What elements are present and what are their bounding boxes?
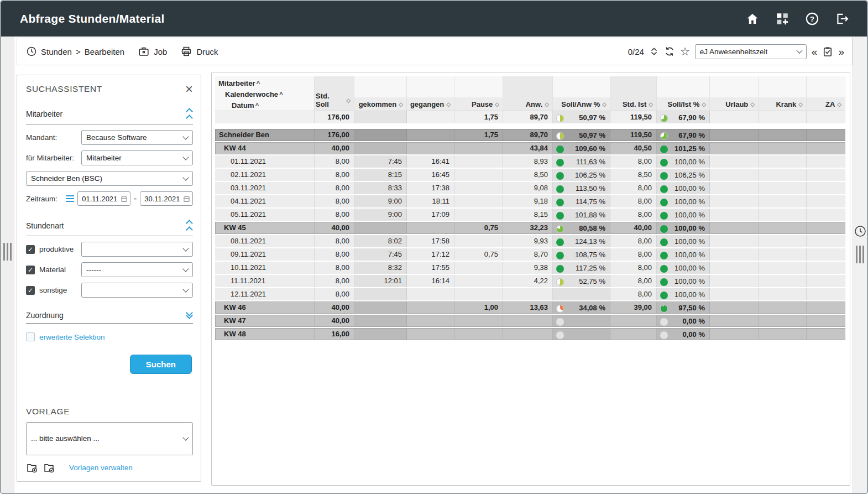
checkbox-sonstige[interactable] (26, 286, 35, 295)
table-row-summary[interactable]: 176,001,7589,7050,97 %119,5067,90 % (215, 111, 845, 123)
percent-cell: 124,13 % (553, 235, 610, 247)
value-cell (807, 235, 845, 247)
for-employee-select[interactable]: Mitarbeiter (81, 150, 193, 165)
chevron-down-icon (796, 47, 802, 53)
table-row-day[interactable]: 12.11.20218,008,00100,00 % (215, 288, 845, 300)
help-icon[interactable]: ? (805, 12, 819, 26)
chevron-down-icon (182, 174, 189, 180)
column-header[interactable]: gekommen◇ (354, 76, 407, 111)
period-menu-icon[interactable] (66, 195, 74, 202)
value-cell (503, 315, 553, 327)
section-stundenart[interactable]: Stundenart (26, 217, 193, 236)
sort-updown-icon[interactable] (649, 46, 659, 57)
checkbox-extended-selection[interactable] (26, 332, 35, 341)
column-header[interactable]: Urlaub◇ (710, 76, 759, 111)
manage-templates-link[interactable]: Vorlagen verwalten (69, 464, 133, 472)
produktive-select[interactable] (81, 242, 193, 257)
column-header[interactable]: Pause◇ (454, 76, 503, 111)
column-header[interactable]: Anw.◇ (503, 76, 553, 111)
close-icon[interactable]: × (185, 84, 193, 94)
table-row-week[interactable]: KW 4640,001,0013,6334,08 %39,0097,50 % (215, 301, 845, 314)
table-row-group[interactable]: Schneider Ben176,001,7589,7050,97 %119,5… (215, 129, 845, 141)
home-icon[interactable] (745, 12, 760, 26)
column-header-kalenderwoche[interactable]: Kalenderwoche^ (215, 89, 314, 100)
table-row-day[interactable]: 11.11.20218,0012:0116:144,2252,75 %8,001… (215, 275, 845, 287)
percent-value: 50,97 % (579, 129, 605, 141)
checkbox-material[interactable] (26, 266, 35, 274)
section-zuordnung[interactable]: Zuordnung (26, 309, 193, 324)
calendar-icon[interactable] (183, 195, 190, 202)
table-row-day[interactable]: 05.11.20218,009:0017:098,15101,88 %8,001… (215, 209, 845, 221)
table-row-week[interactable]: KW 4816,000,00 % (215, 328, 845, 340)
template-check-folder-icon[interactable] (43, 462, 55, 474)
extended-selection-label[interactable]: erweiterte Selektion (39, 333, 105, 341)
progress-pie-icon (556, 132, 564, 140)
column-header-mitarbeiter[interactable]: Mitarbeiter^ (215, 78, 314, 89)
date-from-field[interactable]: 01.11.2021 (77, 191, 130, 206)
progress-pie-icon (556, 115, 564, 122)
value-cell (807, 262, 845, 274)
table-row-day[interactable]: 03.11.20218,008:3317:389,08113,50 %8,001… (215, 182, 845, 194)
collapse-chevron-icon[interactable] (187, 107, 192, 121)
sort-icon: ◇ (346, 97, 351, 103)
column-header[interactable]: gegangen◇ (407, 76, 454, 111)
table-row-day[interactable]: 01.11.20218,007:4516:418,93111,63 %8,001… (215, 155, 845, 168)
column-header[interactable]: ZA◇ (807, 76, 845, 111)
table-row-week[interactable]: KW 4740,000,00 % (215, 315, 845, 327)
collapse-chevron-icon[interactable] (187, 219, 192, 232)
apps-grid-icon[interactable] (775, 12, 789, 26)
time-panel-clock-icon[interactable] (853, 225, 867, 238)
vorlage-select[interactable]: ... bitte auswählen ... (26, 422, 193, 456)
table-row-week[interactable]: KW 4540,000,7532,2380,58 %40,00100,00 % (215, 222, 845, 234)
logout-icon[interactable] (835, 12, 849, 26)
sort-icon: ◇ (837, 101, 841, 107)
expand-chevron-icon[interactable] (187, 313, 192, 318)
template-add-folder-icon[interactable] (26, 462, 38, 474)
column-header[interactable]: Soll/Ist %◇ (657, 76, 710, 111)
breadcrumb-action[interactable]: Bearbeiten (85, 47, 125, 56)
column-header[interactable]: Krank◇ (759, 76, 807, 111)
value-cell (407, 222, 454, 234)
column-header[interactable]: Soll/Anw %◇ (553, 76, 610, 111)
table-row-day[interactable]: 02.11.20218,008:1516:458,50106,25 %8,501… (215, 169, 845, 181)
view-select[interactable]: eJ Anwesenheitszeit (695, 44, 807, 59)
calendar-icon[interactable] (121, 195, 128, 202)
table-row-week[interactable]: KW 4440,0043,84109,60 %40,50101,25 % (215, 142, 845, 154)
column-header-datum[interactable]: Datum^ (215, 100, 314, 111)
progress-pie-icon (660, 159, 668, 167)
column-header[interactable]: Std. Ist◇ (610, 76, 657, 111)
date-to-field[interactable]: 30.11.2021 (140, 191, 193, 206)
clipboard-check-icon[interactable] (822, 46, 833, 58)
table-row-day[interactable]: 10.11.20218,008:3217:559,38117,25 %8,001… (215, 262, 845, 274)
table-header: Mitarbeiter^ Kalenderwoche^ Datum^ Std. … (215, 76, 845, 111)
mandant-select[interactable]: Because Software (81, 130, 193, 145)
progress-pie-icon (660, 305, 668, 313)
value-cell: 1,75 (454, 111, 503, 123)
column-header-label: Soll/Ist % (668, 100, 700, 108)
left-splitter-handle[interactable] (1, 243, 14, 261)
sonstige-select[interactable] (81, 283, 193, 298)
checkbox-produktive[interactable] (26, 245, 35, 254)
search-button[interactable]: Suchen (130, 355, 192, 374)
column-header[interactable]: Std. Soll◇ (315, 76, 354, 111)
value-cell: 0,75 (454, 222, 503, 234)
section-mitarbeiter[interactable]: Mitarbeiter (26, 105, 193, 124)
favorite-star-icon[interactable]: ☆ (680, 46, 690, 57)
percent-value: 117,25 % (576, 262, 605, 274)
next-page-button[interactable]: » (838, 46, 844, 57)
right-splitter-handle[interactable] (853, 246, 867, 263)
value-cell (759, 169, 807, 181)
employee-select[interactable]: Schneider Ben (BSC) (26, 171, 193, 186)
table-row-day[interactable]: 04.11.20218,009:0018:119,18114,75 %8,001… (215, 195, 845, 207)
refresh-icon[interactable] (664, 46, 675, 57)
value-cell: 8,93 (503, 155, 553, 168)
table-row-day[interactable]: 09.11.20218,007:4517:120,758,70108,75 %8… (215, 248, 845, 261)
print-button[interactable]: Druck (196, 47, 218, 56)
prev-page-button[interactable]: « (812, 46, 818, 57)
job-button[interactable]: Job (154, 47, 167, 56)
breadcrumb-module[interactable]: Stunden (41, 47, 72, 56)
material-select[interactable]: ------ (81, 262, 193, 277)
value-cell: 8,00 (610, 288, 657, 300)
value-cell (710, 195, 759, 207)
table-row-day[interactable]: 08.11.20218,008:0217:589,93124,13 %8,001… (215, 235, 845, 247)
